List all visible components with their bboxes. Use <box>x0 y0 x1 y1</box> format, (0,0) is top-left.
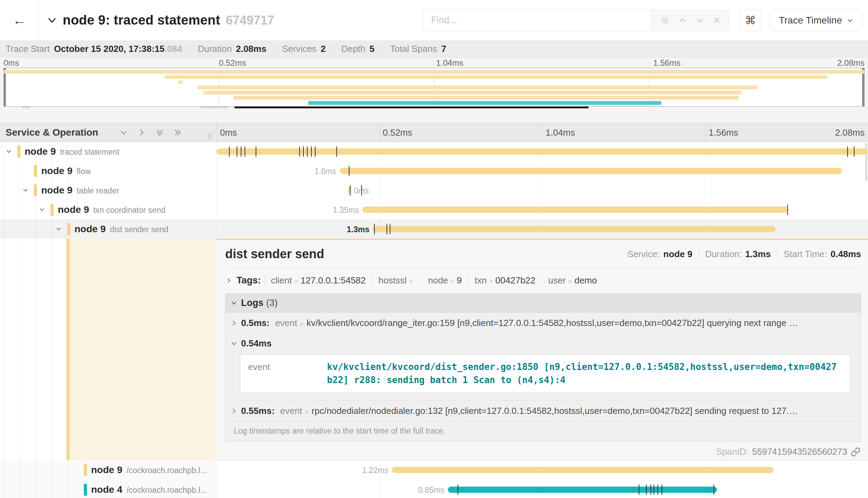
minimap-span-bar <box>203 91 741 94</box>
tag-value: 127.0.0.1:54582 <box>301 275 366 286</box>
detail-indent-fill <box>70 239 216 460</box>
find-input[interactable] <box>424 10 652 31</box>
log-timestamp: 0.55ms: <box>241 406 275 416</box>
span-bar[interactable] <box>362 207 788 213</box>
span-row-name-cell[interactable]: node 9txn coordinator send <box>0 200 216 219</box>
span-bar[interactable] <box>448 487 717 493</box>
span-row[interactable]: node 9table reader 0ms <box>0 181 868 200</box>
find-next-icon[interactable] <box>695 16 704 25</box>
log-entry[interactable]: 0.55ms:event=rpc/nodedialer/nodedialer.g… <box>225 400 861 422</box>
minimap-right-scrubber[interactable] <box>862 68 864 106</box>
collapse-all-icon[interactable] <box>155 128 164 137</box>
log-entry[interactable]: 0.54mseventkv/kvclient/kvcoord/dist_send… <box>225 334 861 400</box>
log-marker-tick <box>307 146 308 157</box>
logs-chevron-down-icon[interactable] <box>230 299 238 307</box>
log-timestamp: 0.54ms <box>241 338 272 349</box>
span-bar[interactable] <box>340 168 842 174</box>
view-select-button[interactable]: Trace Timeline <box>769 10 862 31</box>
log-marker-tick <box>646 485 647 495</box>
log-chevron-icon[interactable] <box>230 319 238 327</box>
log-chevron-icon[interactable] <box>230 407 238 415</box>
span-row[interactable]: node 9flow 1.6ms <box>0 161 868 181</box>
summary-value: October 15 2020, 17:38:15 <box>54 44 165 54</box>
log-marker-tick <box>374 224 375 234</box>
span-bar[interactable] <box>392 467 773 473</box>
span-duration-label: 1.3ms <box>347 225 369 234</box>
detail-accent-strip <box>67 239 70 460</box>
span-row[interactable]: node 9/cockroach.roachpb.I... 1.22ms <box>0 460 868 480</box>
deep-link-icon[interactable] <box>851 447 860 457</box>
log-marker-tick <box>241 146 241 157</box>
span-row-timeline-cell[interactable]: 0ms <box>216 181 868 200</box>
span-row-name-cell[interactable]: node 9/cockroach.roachpb.I... <box>0 460 216 480</box>
keyboard-shortcuts-button[interactable]: ⌘ <box>739 10 761 31</box>
minimap-canvas[interactable] <box>3 68 865 107</box>
span-row-name-cell[interactable]: node 9dist sender send <box>0 219 216 239</box>
span-row-name-cell[interactable]: node 9flow <box>0 161 216 181</box>
locate-icon[interactable] <box>661 16 670 25</box>
span-bar[interactable] <box>373 226 775 232</box>
span-row-timeline-cell[interactable]: 1.35ms <box>216 200 868 219</box>
span-collapse-chevron-icon[interactable] <box>39 206 45 213</box>
meta-separator <box>777 249 777 259</box>
span-row[interactable]: node 9txn coordinator send 1.35ms <box>0 200 868 219</box>
service-name: node 4/cockroach.roachpb.I... <box>91 484 207 495</box>
log-entry-header[interactable]: 0.55ms:event=rpc/nodedialer/nodedialer.g… <box>230 400 861 421</box>
tags-row[interactable]: Tags:client=127.0.0.1:54582hostssl=node=… <box>225 273 861 287</box>
service-name: node 9txn coordinator send <box>58 204 166 215</box>
span-row-timeline-cell[interactable] <box>216 142 868 161</box>
span-row-name-cell[interactable]: node 4/cockroach.roachpb.I... <box>0 480 216 498</box>
column-resize-handle[interactable] <box>209 133 211 139</box>
log-marker-tick <box>390 224 390 234</box>
summary-item: Services2 <box>274 44 333 54</box>
span-row-timeline-cell[interactable]: 1.22ms <box>216 460 868 480</box>
trace-id: 6749717 <box>226 13 274 28</box>
expand-all-icon[interactable] <box>173 128 182 137</box>
collapse-trace-chevron-icon[interactable] <box>47 15 57 26</box>
minimap-span-bar <box>233 96 738 100</box>
log-event-table: eventkv/kvclient/kvcoord/dist_sender.go:… <box>240 354 850 392</box>
span-row-timeline-cell[interactable]: 1.6ms <box>216 161 868 181</box>
span-id-row: SpanID:5597415943526560273 <box>225 446 861 457</box>
span-row[interactable]: node 4/cockroach.roachpb.I... 0.85ms <box>0 480 868 498</box>
find-clear-icon[interactable] <box>712 16 721 25</box>
span-collapse-chevron-icon[interactable] <box>22 187 29 193</box>
tag-key: user <box>548 275 566 286</box>
timeline-header-gridline <box>542 123 542 142</box>
log-entry[interactable]: 0.5ms:event=kv/kvclient/kvcoord/range_it… <box>225 313 861 334</box>
logs-title: Logs <box>241 298 264 308</box>
logs-header[interactable]: Logs(3) <box>225 294 861 313</box>
tags-chevron-right-icon[interactable] <box>225 277 232 284</box>
expand-one-icon[interactable] <box>137 128 146 137</box>
span-bar[interactable] <box>216 148 868 155</box>
summary-value: 5 <box>370 44 374 54</box>
tag-item: hostssl= <box>372 275 422 286</box>
log-chevron-icon[interactable] <box>230 340 238 347</box>
minimap-left-scrubber[interactable] <box>4 68 6 106</box>
log-event-key: event <box>240 355 327 392</box>
tag-item: node=9 <box>422 275 468 286</box>
tag-item: txn=00427b22 <box>468 275 541 286</box>
log-entry-header[interactable]: 0.5ms:event=kv/kvclient/kvcoord/range_it… <box>230 313 861 333</box>
log-marker-tick <box>387 224 387 234</box>
back-button[interactable]: ← <box>0 0 39 41</box>
minimap-gap <box>0 108 868 123</box>
summary-label: Trace Start <box>6 44 50 54</box>
find-prev-icon[interactable] <box>678 16 687 25</box>
span-row-name-cell[interactable]: node 9table reader <box>0 181 216 200</box>
span-row-timeline-cell[interactable]: 1.3ms <box>216 219 868 239</box>
span-collapse-chevron-icon[interactable] <box>55 226 62 232</box>
tag-value: 00427b22 <box>495 275 535 286</box>
log-entry-header[interactable]: 0.54ms <box>230 334 861 353</box>
span-collapse-chevron-icon[interactable] <box>6 148 12 155</box>
span-row-name-cell[interactable]: node 9traced statement <box>0 142 216 161</box>
log-marker-tick <box>336 146 337 157</box>
detail-meta-item: Start Time:0.48ms <box>783 249 861 260</box>
span-row[interactable]: node 9traced statement <box>0 142 868 161</box>
collapse-one-icon[interactable] <box>119 128 128 137</box>
summary-value: 7 <box>441 44 446 54</box>
span-row-timeline-cell[interactable]: 0.85ms <box>216 480 868 498</box>
timeline-tick-label: 0ms <box>220 127 237 138</box>
detail-span-title: dist sender send <box>225 247 324 261</box>
span-row[interactable]: node 9dist sender send 1.3ms <box>0 219 868 239</box>
